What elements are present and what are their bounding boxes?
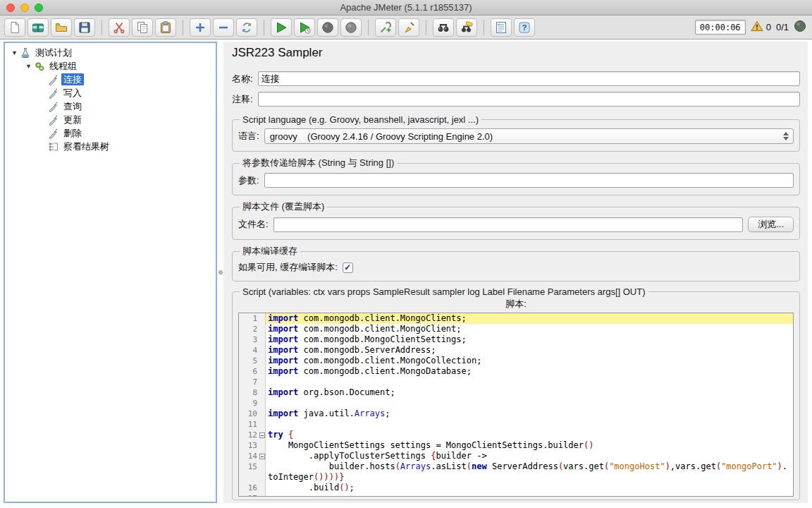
paste-button[interactable] xyxy=(155,18,176,37)
start-no-pauses-icon xyxy=(297,20,312,35)
cache-checkbox[interactable]: ✓ xyxy=(343,262,353,273)
tree-item[interactable]: 写入 xyxy=(5,86,216,99)
script-legend: Script (variables: ctx vars props Sample… xyxy=(240,286,648,297)
collapse-all-icon xyxy=(216,20,230,35)
line-number: 8 xyxy=(239,387,258,398)
tree-item[interactable]: ▼测试计划 xyxy=(5,46,216,59)
fold-toggle-icon[interactable] xyxy=(259,433,265,438)
sampler-icon xyxy=(48,114,61,126)
line-number: 4 xyxy=(239,345,258,356)
toolbar: ? 00:00:06 0 0/1 xyxy=(0,16,812,40)
code-line: 1import com.mongodb.client.MongoClients; xyxy=(239,313,793,324)
line-number: 17 xyxy=(239,493,258,497)
function-helper-button[interactable] xyxy=(491,18,512,37)
name-input[interactable] xyxy=(258,71,800,86)
line-gutter: 16 xyxy=(239,483,266,493)
tree-item[interactable]: 察看结果树 xyxy=(5,140,216,153)
help-button[interactable]: ? xyxy=(514,18,535,37)
open-file-button[interactable] xyxy=(51,18,72,37)
tree-item-label: 察看结果树 xyxy=(61,140,111,152)
toolbar-buttons: ? xyxy=(4,18,535,37)
toolbar-separator xyxy=(426,20,426,35)
new-file-button[interactable] xyxy=(4,18,25,37)
code-line: 3import com.mongodb.MongoClientSettings; xyxy=(239,334,793,345)
code-line: 13 MongoClientSettings settings = MongoC… xyxy=(239,440,793,451)
script-editor[interactable]: 1import com.mongodb.client.MongoClients;… xyxy=(238,313,794,497)
disclosure-triangle-icon[interactable]: ▼ xyxy=(23,63,34,70)
close-window-button[interactable] xyxy=(6,4,15,12)
copy-icon xyxy=(135,20,149,35)
tree-item[interactable]: ▼线程组 xyxy=(5,59,216,73)
tree-item[interactable]: 删除 xyxy=(5,126,216,140)
fold-toggle-icon[interactable] xyxy=(259,454,265,459)
clear-all-button[interactable] xyxy=(398,18,419,37)
code-line: 2import com.mongodb.client.MongoClient; xyxy=(239,324,793,334)
cache-legend: 脚本编译缓存 xyxy=(240,245,300,258)
tree-item[interactable]: 更新 xyxy=(5,113,216,126)
start-button[interactable] xyxy=(271,18,292,37)
tree-item-label: 查询 xyxy=(61,100,84,112)
line-number: 13 xyxy=(239,440,258,451)
line-gutter: 11 xyxy=(239,419,266,430)
expand-all-button[interactable] xyxy=(190,18,211,37)
start-no-pauses-button[interactable] xyxy=(294,18,315,37)
cache-section: 脚本编译缓存 如果可用, 缓存编译脚本: ✓ xyxy=(232,245,800,282)
function-helper-icon xyxy=(494,20,508,35)
open-file-icon xyxy=(54,20,68,35)
templates-button[interactable] xyxy=(27,18,49,37)
error-count: 0 xyxy=(766,22,771,32)
sampler-icon xyxy=(48,87,61,99)
toolbar-separator xyxy=(484,20,484,35)
copy-button[interactable] xyxy=(132,18,153,37)
tree-item-label: 测试计划 xyxy=(33,47,74,59)
results-tree-icon xyxy=(48,141,61,152)
line-gutter: 14 xyxy=(239,451,266,461)
panel-splitter[interactable] xyxy=(217,42,223,503)
line-number: 1 xyxy=(239,313,258,324)
parameters-label: 参数: xyxy=(238,174,259,187)
tree-item[interactable]: 查询 xyxy=(5,99,216,113)
cut-button[interactable] xyxy=(109,18,130,37)
tree-item-label: 连接 xyxy=(61,73,84,85)
line-gutter: 9 xyxy=(239,398,266,409)
line-gutter: 13 xyxy=(239,440,266,451)
zoom-window-button[interactable] xyxy=(35,4,43,12)
line-gutter: 17 xyxy=(239,493,266,497)
line-gutter: 10 xyxy=(239,409,266,419)
language-label: 语言: xyxy=(238,130,259,143)
filename-input[interactable] xyxy=(273,217,744,232)
sampler-icon xyxy=(48,128,61,139)
elapsed-timer: 00:00:06 xyxy=(695,20,746,35)
search-button[interactable] xyxy=(433,18,454,37)
jmeter-window: Apache JMeter (5.1.1 r1855137) ? 00:00:0… xyxy=(0,0,812,508)
search-reset-button[interactable] xyxy=(456,18,477,37)
comments-input[interactable] xyxy=(258,92,800,107)
shutdown-button[interactable] xyxy=(340,18,362,37)
browse-button[interactable]: 浏览... xyxy=(748,217,794,232)
parameters-input[interactable] xyxy=(264,173,794,188)
tree-item[interactable]: 连接 xyxy=(5,73,216,86)
script-label: 脚本: xyxy=(238,298,794,310)
stop-button[interactable] xyxy=(317,18,338,37)
line-gutter: 12 xyxy=(239,430,266,440)
script-file-legend: 脚本文件 (覆盖脚本) xyxy=(240,200,327,213)
collapse-all-button[interactable] xyxy=(213,18,234,37)
remote-start-all-button[interactable] xyxy=(375,18,396,37)
disclosure-triangle-icon[interactable]: ▼ xyxy=(9,49,20,56)
traffic-lights xyxy=(6,0,43,15)
code-line: 11 xyxy=(239,419,793,430)
templates-icon xyxy=(31,20,45,35)
minimize-window-button[interactable] xyxy=(20,4,29,12)
language-select[interactable]: groovy (Groovy 2.4.16 / Groovy Scripting… xyxy=(264,128,794,144)
log-error-counter[interactable]: 0 xyxy=(751,20,771,35)
line-number: 15 xyxy=(239,461,258,472)
toggle-button[interactable] xyxy=(236,18,257,37)
save-button[interactable] xyxy=(74,18,95,37)
parameters-legend: 将参数传递给脚本 (String 与 String []) xyxy=(240,157,397,169)
filename-label: 文件名: xyxy=(238,218,269,231)
line-number: 6 xyxy=(239,366,258,377)
toolbar-separator xyxy=(102,20,102,35)
code-line: 5import com.mongodb.client.MongoCollecti… xyxy=(239,356,793,366)
search-icon xyxy=(436,20,450,35)
clear-all-icon xyxy=(402,20,416,35)
